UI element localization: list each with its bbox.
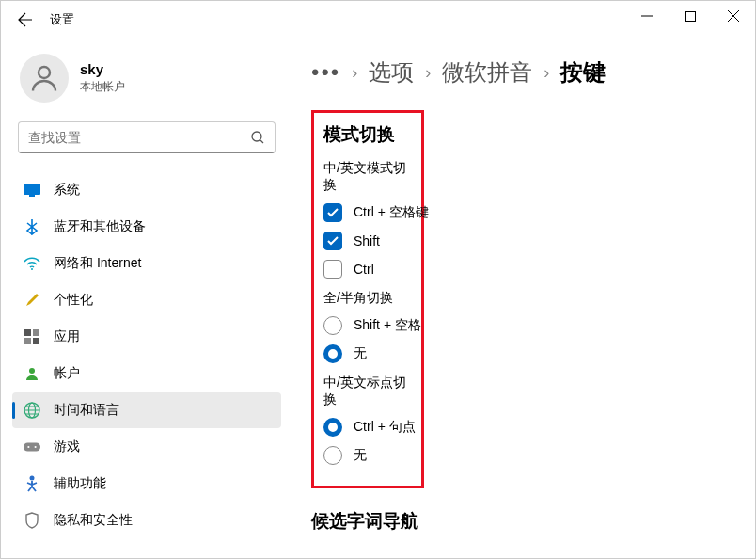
breadcrumb-more[interactable]: •••	[311, 59, 340, 86]
svg-point-2	[252, 132, 261, 141]
accessibility-icon	[24, 475, 40, 492]
search-box[interactable]	[18, 121, 276, 153]
chevron-right-icon: ›	[543, 63, 549, 83]
subsection-label: 中/英文标点切换	[323, 375, 412, 408]
svg-rect-3	[24, 184, 40, 195]
option-label: 无	[354, 447, 367, 464]
checkbox-icon	[323, 232, 342, 250]
nav-bluetooth[interactable]: 蓝牙和其他设备	[12, 209, 281, 245]
checkbox-icon	[323, 203, 342, 222]
window-title: 设置	[50, 11, 74, 28]
user-icon	[27, 61, 61, 95]
user-type: 本地帐户	[80, 79, 125, 95]
option-label: Shift + 空格	[354, 317, 421, 334]
nav-label: 隐私和安全性	[54, 512, 133, 529]
svg-point-1	[39, 67, 50, 78]
nav-personalization[interactable]: 个性化	[12, 282, 281, 318]
search-icon	[250, 130, 265, 145]
svg-rect-7	[33, 329, 39, 336]
option-label: Ctrl + 空格键	[354, 204, 429, 221]
globe-icon	[24, 402, 40, 419]
back-button[interactable]	[8, 3, 42, 37]
wifi-icon	[24, 255, 40, 272]
radio-icon	[323, 446, 342, 465]
svg-point-16	[30, 476, 35, 481]
subsection-label: 全/半角切换	[323, 290, 412, 307]
option-label: Ctrl	[354, 262, 374, 277]
chevron-right-icon: ›	[352, 63, 357, 83]
subsection-label: 中/英文模式切换	[323, 160, 412, 194]
close-icon	[728, 10, 739, 22]
bluetooth-icon	[24, 218, 40, 235]
svg-point-15	[35, 446, 37, 448]
breadcrumb-current: 按键	[560, 57, 606, 88]
radio-icon	[323, 316, 342, 335]
user-name: sky	[80, 61, 125, 77]
option-label: Shift	[354, 233, 380, 248]
nav-privacy[interactable]: 隐私和安全性	[12, 503, 281, 538]
maximize-button[interactable]	[669, 1, 712, 31]
breadcrumb: ••• › 选项 › 微软拼音 › 按键	[311, 57, 736, 88]
nav-system[interactable]: 系统	[12, 172, 281, 208]
maximize-icon	[685, 11, 696, 22]
nav-gaming[interactable]: 游戏	[12, 429, 281, 465]
nav-accessibility[interactable]: 辅助功能	[12, 466, 281, 502]
svg-rect-6	[24, 329, 31, 336]
nav-label: 蓝牙和其他设备	[54, 218, 146, 235]
radio-icon	[323, 344, 342, 363]
nav-label: 帐户	[54, 365, 80, 382]
apps-icon	[24, 328, 40, 345]
avatar	[20, 54, 69, 103]
nav-label: 个性化	[54, 292, 93, 309]
nav-label: 应用	[54, 328, 80, 345]
nav-label: 网络和 Internet	[54, 255, 141, 272]
nav-label: 时间和语言	[54, 402, 119, 419]
sidebar: sky 本地帐户 系统 蓝牙和其他设备 网络和 Internet 个性化	[1, 39, 292, 558]
nav-network[interactable]: 网络和 Internet	[12, 246, 281, 281]
svg-rect-9	[33, 338, 39, 344]
svg-point-10	[29, 368, 35, 374]
system-icon	[24, 182, 40, 199]
nav-label: 辅助功能	[54, 475, 106, 492]
highlighted-section: 模式切换 中/英文模式切换 Ctrl + 空格键 Shift Ctrl 全/半角…	[311, 110, 424, 488]
user-section[interactable]: sky 本地帐户	[12, 39, 281, 121]
svg-rect-4	[29, 195, 35, 197]
radio-ctrl-period[interactable]: Ctrl + 句点	[323, 418, 412, 437]
nav-accounts[interactable]: 帐户	[12, 356, 281, 391]
checkbox-shift[interactable]: Shift	[323, 232, 412, 250]
radio-none-fullhalf[interactable]: 无	[323, 344, 412, 363]
breadcrumb-item[interactable]: 微软拼音	[442, 57, 532, 88]
section-title: 候选字词导航	[311, 509, 736, 534]
nav-label: 游戏	[54, 439, 80, 455]
close-button[interactable]	[712, 1, 755, 31]
chevron-right-icon: ›	[425, 63, 431, 83]
shield-icon	[24, 512, 40, 529]
brush-icon	[24, 292, 40, 309]
nav-apps[interactable]: 应用	[12, 319, 281, 355]
checkbox-ctrl-space[interactable]: Ctrl + 空格键	[323, 203, 412, 222]
option-label: 无	[354, 345, 367, 362]
svg-rect-0	[685, 11, 695, 21]
nav-time-language[interactable]: 时间和语言	[12, 392, 281, 428]
option-label: Ctrl + 句点	[354, 419, 416, 436]
breadcrumb-item[interactable]: 选项	[369, 57, 414, 88]
nav-label: 系统	[54, 182, 80, 199]
checkbox-ctrl[interactable]: Ctrl	[323, 260, 412, 279]
section-title: 模式切换	[323, 122, 412, 147]
search-input[interactable]	[28, 130, 250, 145]
radio-none-punct[interactable]: 无	[323, 446, 412, 465]
svg-point-5	[31, 268, 33, 270]
minimize-button[interactable]	[625, 1, 669, 31]
checkbox-icon	[323, 260, 342, 279]
account-icon	[24, 365, 40, 382]
svg-rect-8	[24, 338, 31, 344]
svg-point-14	[27, 446, 29, 448]
main-content: ••• › 选项 › 微软拼音 › 按键 模式切换 中/英文模式切换 Ctrl …	[292, 39, 755, 558]
back-arrow-icon	[18, 12, 33, 27]
gaming-icon	[24, 439, 40, 455]
radio-icon	[323, 418, 342, 437]
svg-rect-13	[24, 443, 40, 452]
radio-shift-space[interactable]: Shift + 空格	[323, 316, 412, 335]
minimize-icon	[641, 10, 653, 22]
